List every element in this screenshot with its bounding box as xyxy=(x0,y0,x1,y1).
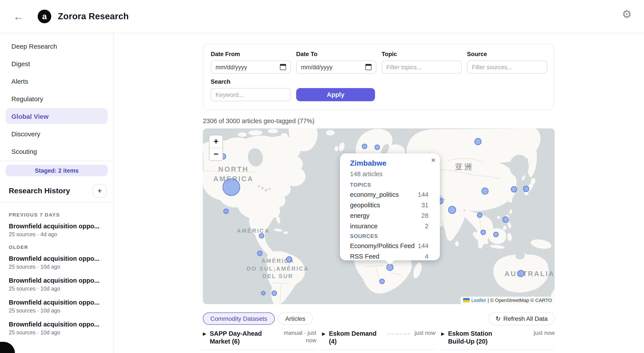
search-input[interactable] xyxy=(211,88,291,101)
topic-input[interactable] xyxy=(382,60,462,74)
topic-count: 28 xyxy=(422,212,428,219)
article-cluster-bubble[interactable] xyxy=(448,206,456,214)
history-item[interactable]: Brownfield acquisition oppo... 25 source… xyxy=(9,321,105,336)
zoom-in-button[interactable]: + xyxy=(210,136,222,148)
sidebar-item-scouting[interactable]: Scouting xyxy=(6,143,108,159)
article-cluster-bubble[interactable] xyxy=(518,270,524,277)
sidebar: Deep Research Digest Alerts Regulatory G… xyxy=(0,33,114,353)
history-item[interactable]: Brownfield acquisition oppo... 25 source… xyxy=(9,255,105,270)
article-cluster-bubble[interactable] xyxy=(374,144,380,150)
dataset-title: Eskom Demand (4) xyxy=(329,330,384,346)
history-item-title: Brownfield acquisition oppo... xyxy=(9,299,105,306)
popup-country-name: Zimbabwe xyxy=(350,159,428,168)
world-map[interactable]: NORTH AMERICAAMÉRICAAMÉRICA DO SUL;AMÉRI… xyxy=(203,128,555,304)
expand-triangle-icon[interactable]: ▶ xyxy=(203,331,206,336)
dotted-leader xyxy=(387,334,410,334)
refresh-label: Refresh All Data xyxy=(503,315,548,322)
dataset-meta: just now xyxy=(415,330,436,337)
source-input[interactable] xyxy=(467,60,547,74)
history-item[interactable]: Brownfield acquisition oppo... 25 source… xyxy=(9,222,105,238)
article-cluster-bubble[interactable] xyxy=(259,233,264,238)
article-cluster-bubble[interactable] xyxy=(261,291,266,295)
staged-items-badge[interactable]: Staged: 2 items xyxy=(6,165,108,176)
refresh-icon: ↻ xyxy=(496,315,500,322)
calendar-icon[interactable] xyxy=(280,64,286,70)
topic-count: 2 xyxy=(425,222,428,230)
source-row: RSS Feed 4 xyxy=(350,253,428,260)
dataset-title: SAPP Day-Ahead Market (6) xyxy=(210,330,264,346)
source-label: Source xyxy=(467,51,547,58)
history-item[interactable]: Brownfield acquisition oppo... 25 source… xyxy=(9,277,105,292)
app-title: Zorora Research xyxy=(58,12,129,22)
refresh-all-data-button[interactable]: ↻ Refresh All Data xyxy=(488,312,555,325)
source-name: Economy/Politics Feed xyxy=(350,242,415,249)
history-item-meta: 25 sources · 10d ago xyxy=(9,330,105,336)
article-cluster-bubble[interactable] xyxy=(222,178,240,196)
history-item-meta: 25 sources · 10d ago xyxy=(9,286,105,292)
back-arrow-icon[interactable]: ← xyxy=(13,10,24,22)
history-item-meta: 25 sources · 4d ago xyxy=(9,232,105,238)
sidebar-item-regulatory[interactable]: Regulatory xyxy=(6,91,108,106)
date-from-input[interactable]: mm/dd/yyyy xyxy=(211,60,291,74)
add-research-button[interactable]: + xyxy=(93,184,106,198)
popup-close-icon[interactable]: × xyxy=(431,156,436,165)
topic-count: 31 xyxy=(422,202,428,208)
date-from-label: Date From xyxy=(211,51,291,58)
date-from-placeholder: mm/dd/yyyy xyxy=(216,64,247,70)
dataset-row-eskom-demand[interactable]: ▶ Eskom Demand (4) just now xyxy=(322,330,436,350)
sidebar-item-deep-research[interactable]: Deep Research xyxy=(6,38,108,54)
sidebar-item-discovery[interactable]: Discovery xyxy=(6,126,108,142)
dataset-meta: manual · just now xyxy=(280,330,316,344)
leaflet-link[interactable]: Leaflet xyxy=(472,298,486,303)
topic-name: insurance xyxy=(350,222,378,230)
topic-name: economy_politics xyxy=(350,191,399,198)
settings-gear-icon[interactable]: ⚙ xyxy=(622,9,632,20)
geo-tagged-stats: 2306 of 3000 articles geo-tagged (77%) xyxy=(203,118,314,124)
article-cluster-bubble[interactable] xyxy=(482,188,488,194)
tab-commodity-datasets[interactable]: Commodity Datasets xyxy=(203,312,275,325)
map-zoom-control: + − xyxy=(209,135,223,161)
article-cluster-bubble[interactable] xyxy=(362,144,367,149)
apply-button[interactable]: Apply xyxy=(296,88,375,101)
sidebar-item-alerts[interactable]: Alerts xyxy=(6,73,108,89)
dataset-row-sapp[interactable]: ▶ SAPP Day-Ahead Market (6) manual · jus… xyxy=(203,330,316,350)
sidebar-item-global-view[interactable]: Global View xyxy=(6,108,108,124)
topic-row: economy_politics 144 xyxy=(350,191,428,198)
bottom-left-toast-corner xyxy=(0,342,15,353)
sidebar-item-digest[interactable]: Digest xyxy=(6,56,108,72)
article-cluster-bubble[interactable] xyxy=(502,216,509,222)
article-cluster-bubble[interactable] xyxy=(474,138,482,145)
filter-panel: Date From mm/dd/yyyy Date To mm/dd/yyyy … xyxy=(203,44,554,110)
popup-sources-header: SOURCES xyxy=(350,233,428,239)
article-cluster-bubble[interactable] xyxy=(257,251,262,256)
date-to-placeholder: mm/dd/yyyy xyxy=(301,64,332,70)
country-popup: × Zimbabwe 148 articles TOPICS economy_p… xyxy=(340,154,440,260)
source-row: Economy/Politics Feed 144 xyxy=(350,242,428,249)
article-cluster-bubble[interactable] xyxy=(493,232,498,237)
article-cluster-bubble[interactable] xyxy=(386,264,394,271)
dataset-row-eskom-station[interactable]: ▶ Eskom Station Build-Up (20) just now xyxy=(441,330,555,350)
logo-letter: a xyxy=(42,12,47,21)
article-cluster-bubble[interactable] xyxy=(511,186,517,192)
expand-triangle-icon[interactable]: ▶ xyxy=(322,331,325,336)
dataset-meta: just now xyxy=(534,330,555,337)
article-cluster-bubble[interactable] xyxy=(523,186,529,192)
date-to-input[interactable]: mm/dd/yyyy xyxy=(296,60,376,74)
research-history-title: Research History xyxy=(9,186,70,195)
app-logo: a xyxy=(38,10,51,23)
article-cluster-bubble[interactable] xyxy=(272,290,277,296)
article-cluster-bubble[interactable] xyxy=(477,212,482,218)
map-attribution: Leaflet | © OpenStreetMap © CARTO xyxy=(460,297,555,304)
zoom-out-button[interactable]: − xyxy=(210,148,222,160)
article-cluster-bubble[interactable] xyxy=(224,208,229,214)
article-cluster-bubble[interactable] xyxy=(286,256,292,262)
tab-articles[interactable]: Articles xyxy=(278,312,313,325)
attribution-text: | © OpenStreetMap © CARTO xyxy=(488,298,552,303)
calendar-icon[interactable] xyxy=(365,64,372,70)
dataset-tabs-row: Commodity Datasets Articles ↻ Refresh Al… xyxy=(203,312,555,325)
expand-triangle-icon[interactable]: ▶ xyxy=(441,331,444,336)
history-item-title: Brownfield acquisition oppo... xyxy=(9,222,105,230)
history-item[interactable]: Brownfield acquisition oppo... 25 source… xyxy=(9,299,105,314)
article-cluster-bubble[interactable] xyxy=(380,279,385,284)
article-cluster-bubble[interactable] xyxy=(480,230,486,235)
